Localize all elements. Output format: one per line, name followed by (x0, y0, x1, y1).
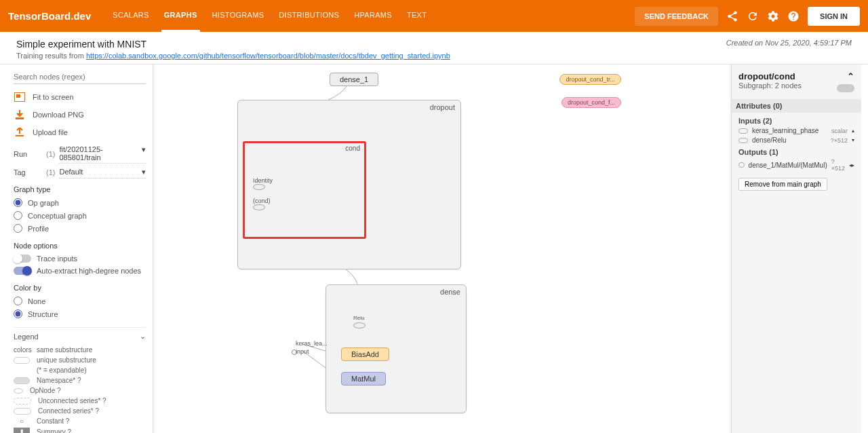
fit-label: Fit to screen (33, 93, 74, 101)
fit-icon (14, 92, 26, 102)
input-row-2[interactable]: dense/Relu?×512▾ (738, 136, 854, 144)
topbar-right: SEND FEEDBACK SIGN IN (635, 7, 860, 26)
attributes-header: Attributes (0) (732, 99, 861, 113)
info-panel: dropout/cond ⌃ Subgraph: 2 nodes Attribu… (731, 64, 861, 433)
share-icon[interactable] (726, 10, 738, 22)
cb-none[interactable]: None (14, 295, 146, 307)
created-on: Created on Nov 25, 2020, 4:59:17 PM (726, 39, 852, 47)
svg-rect-1 (16, 94, 20, 98)
chevron-down-icon: ▾ (142, 145, 146, 162)
desc-prefix: Training results from (16, 52, 86, 60)
svg-rect-3 (16, 135, 24, 136)
chevron-down-icon: ▾ (142, 168, 146, 176)
run-count: (1) (46, 150, 55, 158)
identity-label: Identity (253, 177, 273, 184)
outputs-header: Outputs (1) (738, 148, 854, 156)
upload-icon (14, 127, 26, 138)
tab-distributions[interactable]: DISTRIBUTIONS (276, 0, 342, 32)
tag-value[interactable]: Default▾ (59, 166, 146, 178)
info-subgraph: Subgraph: 2 nodes (738, 81, 802, 90)
node-matmul[interactable]: MatMul (341, 372, 386, 385)
run-selector[interactable]: Run (1) fit/20201125-085801/train▾ (14, 144, 146, 164)
legend-body: colorssame substructure unique substruct… (14, 345, 146, 433)
refresh-icon[interactable] (747, 10, 759, 22)
tab-scalars[interactable]: SCALARS (110, 0, 151, 32)
main: Fit to screen Download PNG Upload file R… (7, 64, 861, 433)
run-value[interactable]: fit/20201125-085801/train▾ (59, 144, 146, 164)
chevron-down-icon: ⌄ (140, 332, 146, 341)
color-by-title: Color by (14, 284, 146, 292)
keras-lea-label: keras_lea... (296, 340, 328, 347)
node-dense-1[interactable]: dense_1 (330, 73, 378, 86)
tag-count: (1) (46, 168, 55, 176)
info-title: dropout/cond (738, 71, 795, 81)
output-row-1[interactable]: dense_1/MatMul/(MatMul)?×512◂▸ (738, 158, 854, 172)
graph-type-title: Graph type (14, 185, 146, 193)
subgraph-toggle[interactable] (837, 84, 854, 92)
input-label: input (296, 348, 309, 355)
swatch-connected (14, 408, 31, 415)
sign-in-button[interactable]: SIGN IN (808, 7, 860, 26)
settings-icon[interactable] (767, 10, 779, 22)
tab-text[interactable]: TEXT (404, 0, 429, 32)
node-options-title: Node options (14, 242, 146, 250)
legend-header[interactable]: Legend ⌄ (14, 327, 146, 345)
gt-profile[interactable]: Profile (14, 222, 146, 235)
send-feedback-button[interactable]: SEND FEEDBACK (635, 7, 718, 26)
tabs: SCALARS GRAPHS HISTOGRAMS DISTRIBUTIONS … (110, 0, 429, 32)
svg-rect-2 (16, 117, 24, 119)
cond-inner-label: (cond) (253, 197, 271, 204)
sidebar: Fit to screen Download PNG Upload file R… (7, 64, 153, 433)
cond-inner-node[interactable] (253, 204, 265, 210)
tab-histograms[interactable]: HISTOGRAMS (210, 0, 267, 32)
tag-selector[interactable]: Tag (1) Default▾ (14, 166, 146, 178)
download-label: Download PNG (33, 111, 84, 119)
dropout-label: dropout (430, 103, 455, 111)
swatch-summary: ▮ (14, 428, 30, 433)
experiment-title: Simple experiment with MNIST (16, 39, 450, 50)
search-input[interactable] (14, 70, 146, 84)
swatch-unique (14, 357, 30, 364)
up-icon[interactable]: ▴ (852, 128, 854, 134)
down-icon[interactable]: ▾ (852, 137, 854, 143)
dense-label: dense (440, 288, 460, 296)
subbar: Simple experiment with MNIST Training re… (0, 32, 868, 64)
node-cond-selected[interactable]: cond Identity (cond) (243, 141, 366, 239)
swatch-unconnected (14, 398, 31, 404)
tab-graphs[interactable]: GRAPHS (161, 0, 200, 32)
remove-from-graph-button[interactable]: Remove from main graph (738, 178, 827, 191)
fit-to-screen[interactable]: Fit to screen (14, 88, 146, 106)
swatch-constant: ○ (14, 417, 30, 425)
extracted-node-2[interactable]: dropout_cond_f... (561, 97, 621, 108)
relu-label: Relu (353, 315, 364, 321)
identity-node[interactable] (253, 184, 265, 190)
collapse-icon[interactable]: ⌃ (847, 71, 854, 81)
node-dense[interactable]: dense Relu BiasAdd MatMul (326, 284, 467, 413)
gt-conceptual[interactable]: Conceptual graph (14, 209, 146, 222)
upload-file[interactable]: Upload file (14, 124, 146, 141)
experiment-desc: Training results from https://colab.sand… (16, 52, 450, 60)
graph-area[interactable]: dense_1 dropout cond Identity (cond) den… (155, 64, 730, 433)
inputs-header: Inputs (2) (738, 117, 854, 125)
logo: TensorBoard.dev (8, 10, 91, 22)
relu-node[interactable] (353, 322, 366, 328)
help-icon[interactable] (787, 10, 800, 22)
topbar: TensorBoard.dev SCALARS GRAPHS HISTOGRAM… (0, 0, 868, 32)
sort-icon[interactable]: ◂▸ (849, 162, 854, 168)
tab-hparams[interactable]: HPARAMS (351, 0, 395, 32)
tag-label: Tag (14, 168, 42, 176)
trace-inputs-toggle[interactable]: Trace inputs (14, 252, 146, 265)
input-row-1[interactable]: keras_learning_phasescalar▴ (738, 127, 854, 134)
colors-label: colors (14, 346, 30, 354)
gt-op[interactable]: Op graph (14, 196, 146, 209)
run-label: Run (14, 150, 42, 158)
extracted-node-1[interactable]: dropout_cond_tr... (559, 74, 621, 85)
download-png[interactable]: Download PNG (14, 106, 146, 124)
node-biasadd[interactable]: BiasAdd (341, 347, 389, 361)
auto-extract-toggle[interactable]: Auto-extract high-degree nodes (14, 265, 146, 277)
upload-label: Upload file (33, 128, 68, 136)
swatch-namespace (14, 377, 30, 384)
cb-structure[interactable]: Structure (14, 307, 146, 320)
colab-link[interactable]: https://colab.sandbox.google.com/github/… (86, 52, 450, 60)
download-icon (14, 109, 26, 120)
